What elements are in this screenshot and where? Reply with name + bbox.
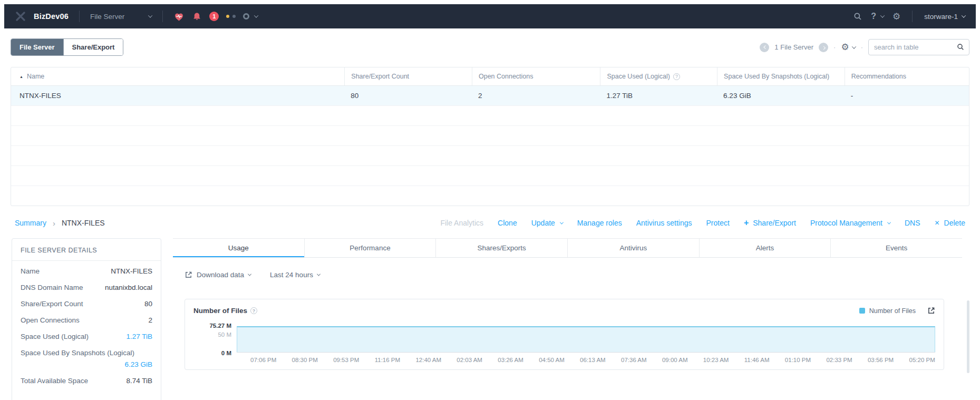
page-previous-button[interactable] [760,43,769,52]
detail-row-share-count: Share/Export Count 80 [21,296,152,312]
scrollbar-thumb[interactable] [967,300,969,373]
entity-action-bar: Summary › NTNX-FILES File Analytics Clon… [11,214,969,231]
time-range-selector[interactable]: Last 24 hours [270,271,320,279]
table-toolbar: File Server Share/Export 1 File Server ·… [11,38,969,56]
chart-y-axis: 75.27 M 50 M 0 M [193,326,237,353]
action-add-share-export[interactable]: + Share/Export [744,219,796,227]
settings-gear-icon[interactable]: ⚙ [892,12,900,21]
table-search-input[interactable] [868,39,969,55]
action-file-analytics: File Analytics [440,219,483,227]
info-dot-icon [232,15,236,18]
column-header-share-export-count[interactable]: Share/Export Count [344,67,472,85]
action-clone[interactable]: Clone [498,219,517,227]
search-icon[interactable] [853,12,862,21]
table-row-empty [11,145,969,165]
column-header-space-used-snapshots[interactable]: Space Used By Snapshots (Logical) [717,67,845,85]
detail-row-dns-domain: DNS Domain Name nutanixbd.local [21,279,152,296]
chevron-down-icon [962,13,966,17]
number-of-files-chart: Number of Files ? Number of Files [185,299,944,370]
cell-share-export-count: 80 [344,86,472,105]
action-dns[interactable]: DNS [905,219,920,227]
detail-row-space-used: Space Used (Logical) 1.27 TiB [21,328,152,345]
user-menu[interactable]: storware-1 [924,13,965,21]
tasks-menu[interactable] [243,13,258,19]
action-manage-roles[interactable]: Manage roles [577,219,622,227]
info-icon[interactable]: ? [673,73,680,80]
tab-events[interactable]: Events [830,239,962,257]
legend-label: Number of Files [869,307,916,315]
info-icon[interactable]: ? [250,307,257,314]
context-selector[interactable]: File Server [90,13,152,21]
y-tick-50m: 50 M [218,331,231,338]
file-server-table: ▲ Name Share/Export Count Open Connectio… [11,67,969,206]
detail-tab-panel: Usage Performance Shares/Exports Antivir… [173,238,962,370]
alerts-bell-icon[interactable] [192,12,202,22]
table-search [868,39,969,55]
view-toggle: File Server Share/Export [11,38,123,56]
ring-icon [243,13,249,19]
table-row-ntnx-files[interactable]: NTNX-FILES 80 2 1.27 TiB 6.23 GiB - [11,85,969,105]
download-data-menu[interactable]: Download data [185,271,251,279]
detail-row-open-connections: Open Connections 2 [21,312,152,328]
tab-alerts[interactable]: Alerts [699,239,831,257]
cell-recommendations: - [845,86,969,105]
warning-dot-icon [226,15,229,18]
action-protocol-management[interactable]: Protocol Management [810,219,890,227]
table-header-row: ▲ Name Share/Export Count Open Connectio… [11,67,969,85]
action-delete[interactable]: ✕ Delete [934,219,965,227]
tab-antivirus[interactable]: Antivirus [567,239,699,257]
column-header-open-connections[interactable]: Open Connections [472,67,600,85]
column-header-name[interactable]: ▲ Name [11,67,344,85]
action-antivirus-settings[interactable]: Antivirus settings [636,219,692,227]
health-heart-icon[interactable] [173,11,185,22]
column-header-space-used[interactable]: Space Used (Logical) ? [600,67,717,85]
breadcrumb-summary-link[interactable]: Summary [15,219,46,227]
question-mark-icon: ? [871,12,876,21]
area-series-number-of-files [237,326,935,352]
chart-x-axis: 07:06 PM 08:30 PM 09:53 PM 11:16 PM 12:4… [237,357,935,363]
sort-ascending-icon: ▲ [20,75,23,79]
plus-icon: + [744,219,749,227]
snapshots-space-link[interactable]: 6.23 GiB [21,360,152,368]
download-export-icon [185,271,192,279]
table-row-empty [11,165,969,186]
chart-plot-area[interactable] [237,326,935,353]
tab-shares-exports[interactable]: Shares/Exports [435,239,567,257]
toggle-file-server[interactable]: File Server [11,39,63,55]
chart-legend: Number of Files [859,307,916,315]
column-header-recommendations[interactable]: Recommendations [845,67,969,85]
tab-performance[interactable]: Performance [304,239,436,257]
table-row-empty [11,186,969,206]
space-used-link[interactable]: 1.27 TiB [126,333,152,340]
search-icon[interactable] [956,43,965,51]
chevron-down-icon [560,220,564,224]
cell-space-used-snapshots: 6.23 GiB [717,86,845,105]
cell-space-used: 1.27 TiB [600,86,717,105]
table-row-empty [11,105,969,125]
action-protect[interactable]: Protect [706,219,730,227]
chevron-down-icon [148,13,152,17]
detail-tabs: Usage Performance Shares/Exports Antivir… [173,238,962,258]
breadcrumb: Summary › NTNX-FILES [15,219,105,228]
chevron-down-icon [851,44,856,48]
tab-usage[interactable]: Usage [173,239,304,257]
help-menu[interactable]: ? [871,12,884,21]
chart-title: Number of Files [193,307,247,315]
entity-count: 1 File Server [774,43,813,51]
expand-chart-icon[interactable] [927,307,935,315]
divider [162,11,163,22]
x-icon: ✕ [934,219,939,227]
alert-count-badge[interactable]: 1 [209,12,219,21]
detail-row-total-available: Total Available Space 8.74 TiB [21,373,152,389]
page-next-button[interactable] [819,43,828,52]
action-update[interactable]: Update [531,219,563,227]
table-settings-menu[interactable]: ⚙ [841,43,855,52]
toggle-share-export[interactable]: Share/Export [63,39,123,55]
gear-icon: ⚙ [841,43,849,52]
detail-row-name: Name NTNX-FILES [21,263,152,279]
top-navbar: BizDev06 File Server 1 ? ⚙ st [4,4,976,28]
nutanix-logo-icon[interactable] [15,11,26,22]
cluster-name: BizDev06 [34,12,69,21]
detail-row-space-used-snapshots: Space Used By Snapshots (Logical) 6.23 G… [21,345,152,373]
cell-open-connections: 2 [472,86,600,105]
